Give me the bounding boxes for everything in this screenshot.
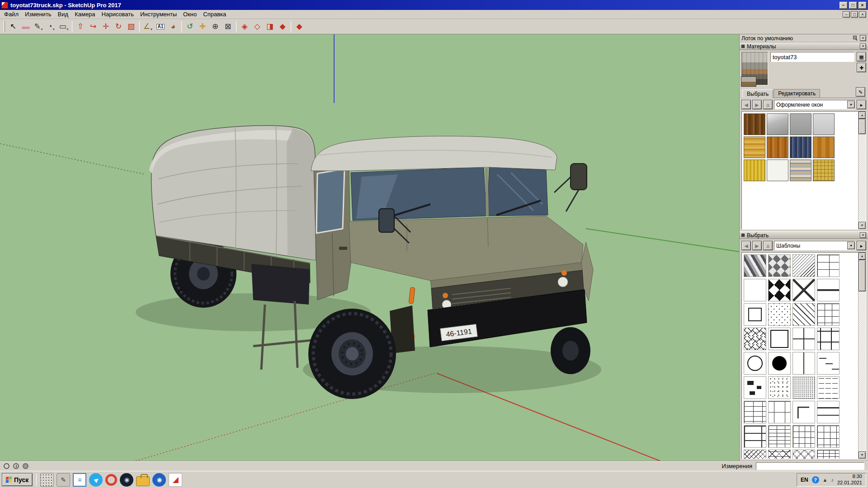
pattern-swatch-offset-bricks[interactable] xyxy=(817,425,840,448)
menu-item-1[interactable]: Изменить xyxy=(22,10,55,19)
material-swatch-metal-grad[interactable] xyxy=(767,113,788,135)
pin-icon[interactable] xyxy=(853,36,858,41)
geolocation-status-icon[interactable] xyxy=(4,463,9,469)
material-swatch-yellow-stripes[interactable] xyxy=(744,160,765,181)
close-button[interactable]: × xyxy=(858,1,867,9)
keyboard-icon[interactable] xyxy=(40,473,54,487)
arc-tool[interactable]: ◔▾ xyxy=(45,20,57,33)
component-tool[interactable]: ◇ xyxy=(251,20,264,33)
material-swatch-multi-stripes[interactable] xyxy=(790,160,811,181)
materials-scrollbar[interactable]: ▲ ▼ xyxy=(858,112,866,229)
menu-item-5[interactable]: Инструменты xyxy=(137,10,180,19)
materials-details-button[interactable]: ▸ xyxy=(857,100,866,109)
material-swatch-gold-wood[interactable] xyxy=(744,136,765,158)
styles-section-header[interactable]: Выбрать × xyxy=(740,231,868,239)
pattern-swatch-tee-tiles[interactable] xyxy=(768,401,791,423)
scale-tool[interactable]: ▧ xyxy=(125,20,137,33)
styles-collection-dropdown[interactable]: Шаблоны ▾ xyxy=(774,241,855,250)
pattern-swatch-crosshatch[interactable] xyxy=(744,450,766,459)
extension-warehouse-tool[interactable]: ◆ xyxy=(293,20,306,33)
doc-restore-button[interactable]: □ xyxy=(851,11,858,18)
start-button[interactable]: Пуск xyxy=(2,473,33,486)
pattern-swatch-bricks[interactable] xyxy=(744,401,766,423)
forward-button[interactable]: ▶ xyxy=(752,100,762,109)
drawing-canvas[interactable]: 46-1191 xyxy=(0,34,739,461)
zoom-tool[interactable]: ⊕ xyxy=(209,20,222,33)
eraser-tool[interactable]: ▬ xyxy=(19,20,32,33)
line-tool[interactable]: ✎▾ xyxy=(32,20,45,33)
pattern-swatch-cubes[interactable] xyxy=(744,254,766,277)
material-swatch-grey[interactable] xyxy=(790,113,811,135)
tray-close-button[interactable]: × xyxy=(860,35,866,41)
tape-measure-tool-dropdown[interactable]: ▾ xyxy=(151,28,152,33)
menu-item-3[interactable]: Камера xyxy=(71,10,98,19)
materials-section-header[interactable]: Материалы × xyxy=(740,42,868,50)
opera-icon[interactable] xyxy=(105,474,117,486)
menu-item-2[interactable]: Вид xyxy=(55,10,72,19)
volume-icon[interactable]: ♪ xyxy=(831,477,834,483)
secondary-pane-button[interactable]: ▦ xyxy=(857,52,866,61)
styles-details-button[interactable]: ▸ xyxy=(857,241,866,250)
material-swatch-navy-stripes[interactable] xyxy=(790,136,811,158)
pattern-swatch-long-bricks[interactable] xyxy=(744,425,766,448)
pattern-swatch-cross-x[interactable] xyxy=(793,279,815,301)
material-swatch-wood-dark[interactable] xyxy=(744,113,765,135)
steam-blue-icon[interactable]: ◉ xyxy=(152,473,166,487)
briefcase-icon[interactable] xyxy=(136,476,150,486)
styles-home-button[interactable]: ⌂ xyxy=(763,241,773,250)
doc-close-button[interactable]: × xyxy=(859,11,866,18)
styles-close-button[interactable]: × xyxy=(860,232,866,238)
styles-scroll-down[interactable]: ▼ xyxy=(859,451,866,459)
rotate-tool[interactable]: ↻ xyxy=(112,20,125,33)
toolbar-grip[interactable] xyxy=(4,21,5,32)
language-indicator[interactable]: EN xyxy=(801,477,808,483)
pattern-swatch-l-bricks[interactable] xyxy=(817,328,840,350)
steam-icon[interactable]: ◉ xyxy=(120,473,133,487)
pattern-swatch-hline[interactable] xyxy=(817,279,840,301)
pattern-swatch-thin-bricks[interactable] xyxy=(768,425,791,448)
3d-warehouse-tool[interactable]: ◈ xyxy=(238,20,251,33)
arc-tool-dropdown[interactable]: ▾ xyxy=(53,28,55,33)
maximize-button[interactable]: □ xyxy=(849,1,857,9)
menu-item-4[interactable]: Нарисовать xyxy=(99,10,137,19)
measurements-input[interactable] xyxy=(756,462,864,470)
offset-tool[interactable]: ↪ xyxy=(87,20,99,33)
pattern-swatch-dot-diag[interactable] xyxy=(768,303,791,326)
pattern-swatch-circle-out[interactable] xyxy=(744,352,766,375)
select-tool[interactable]: ↖ xyxy=(7,20,19,33)
pattern-swatch-speckle[interactable] xyxy=(768,376,791,399)
pattern-swatch-rects-few[interactable] xyxy=(744,376,766,399)
info-status-icon[interactable] xyxy=(13,463,19,469)
line-tool-dropdown[interactable]: ▾ xyxy=(41,28,43,33)
materials-close-button[interactable]: × xyxy=(860,43,866,49)
pattern-swatch-vline-mark[interactable] xyxy=(793,352,815,375)
pushpull-tool[interactable]: ⇧ xyxy=(74,20,87,33)
pattern-swatch-square-big[interactable] xyxy=(768,328,791,350)
create-material-button[interactable]: ✚ xyxy=(857,63,866,72)
tray-expand-icon[interactable]: ▲ xyxy=(823,477,828,483)
pattern-swatch-grid-sq[interactable] xyxy=(793,425,815,448)
notepad-icon[interactable]: ≡ xyxy=(73,473,86,487)
pattern-swatch-herringbone[interactable] xyxy=(744,328,766,350)
styles-back-button[interactable]: ◀ xyxy=(741,241,751,250)
menu-item-0[interactable]: Файл xyxy=(1,10,22,19)
tools-icon[interactable]: ✎ xyxy=(57,473,70,487)
material-swatch-amber-wood[interactable] xyxy=(813,136,835,158)
materials-scroll-track[interactable] xyxy=(859,119,866,222)
tab-select[interactable]: Выбрать xyxy=(742,89,773,98)
user-status-icon[interactable] xyxy=(23,463,28,469)
pattern-swatch-circle-fill[interactable] xyxy=(768,352,791,375)
shapes-tool-dropdown[interactable]: ▾ xyxy=(67,28,69,33)
pattern-swatch-two-lines[interactable] xyxy=(817,401,840,423)
material-swatch-basket[interactable] xyxy=(813,160,835,181)
materials-collection-dropdown[interactable]: Оформление окон ▾ xyxy=(774,100,855,109)
move-tool[interactable]: ✛ xyxy=(99,20,112,33)
pattern-swatch-diag-lines[interactable] xyxy=(793,303,815,326)
pattern-swatch-dash-rows[interactable] xyxy=(817,376,840,399)
material-preview[interactable] xyxy=(741,52,768,85)
pan-tool[interactable]: ✚ xyxy=(196,20,209,33)
pattern-swatch-cobble[interactable] xyxy=(793,450,815,459)
zoom-extents-tool[interactable]: ⊠ xyxy=(222,20,234,33)
minimize-button[interactable]: – xyxy=(839,1,848,9)
text-tool[interactable]: A1 xyxy=(154,20,167,33)
